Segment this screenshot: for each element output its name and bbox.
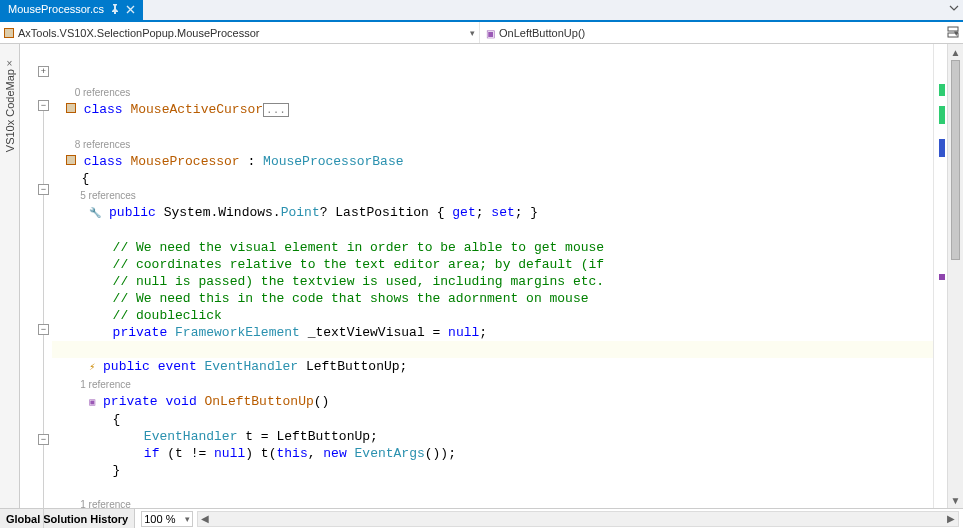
svg-rect-1 [948,33,958,37]
gsh-label: Global Solution History [6,513,128,525]
class-icon [66,103,76,113]
fold-toggle[interactable]: − [38,324,49,335]
method-icon [486,27,495,39]
codelens[interactable]: 0 references [58,87,130,98]
nav-member-text: OnLeftButtonUp() [499,27,585,39]
split-editor-icon[interactable] [945,24,961,40]
class-icon [66,155,76,165]
marker [939,274,945,280]
scrollbar-thumb[interactable] [951,60,960,260]
close-icon[interactable]: × [7,58,13,69]
event-icon [89,359,95,374]
nav-member-dropdown[interactable]: OnLeftButtonUp() ▾ [480,22,963,43]
zoom-combo[interactable]: 100 % ▾ [141,511,193,527]
codemap-label: VS10x CodeMap [4,69,16,152]
marker [939,139,945,157]
outline-gutter: + − − − − [20,44,52,508]
fold-toggle[interactable]: + [38,66,49,77]
editor-bottom-bar: Global Solution History 100 % ▾ ◀ ▶ [0,508,963,528]
pin-icon[interactable] [110,4,120,14]
codemap-sidetab[interactable]: × VS10x CodeMap [0,44,20,508]
change-marker [939,84,945,96]
nav-type-text: AxTools.VS10X.SelectionPopup.MouseProces… [18,27,260,39]
tab-dropdown-icon[interactable] [949,3,959,13]
global-solution-history-tab[interactable]: Global Solution History [0,509,135,528]
editor-main: × VS10x CodeMap + − − − − 0 references c… [0,44,963,508]
fold-line [43,111,44,528]
class-icon [4,28,14,38]
vertical-scrollbar[interactable]: ▲ ▼ [947,44,963,508]
scroll-right-icon[interactable]: ▶ [944,513,958,524]
chevron-down-icon: ▾ [466,28,479,38]
nav-type-dropdown[interactable]: AxTools.VS10X.SelectionPopup.MouseProces… [0,22,480,43]
code-editor[interactable]: 0 references class MouseActiveCursor... … [52,44,933,508]
chevron-down-icon: ▾ [185,514,190,524]
fold-toggle[interactable]: − [38,434,49,445]
svg-rect-0 [948,27,958,31]
scroll-left-icon[interactable]: ◀ [198,513,212,524]
method-icon [89,394,95,409]
overview-ruler[interactable] [933,44,947,508]
change-marker [939,106,945,124]
fold-toggle[interactable]: − [38,184,49,195]
codelens[interactable]: 8 references [58,139,130,150]
horizontal-scrollbar[interactable]: ◀ ▶ [197,511,959,527]
document-tab-well: MouseProcessor.cs [0,0,963,22]
scroll-up-icon[interactable]: ▲ [948,44,963,60]
tab-title: MouseProcessor.cs [8,3,104,15]
codelens[interactable]: 5 references [58,190,136,201]
document-tab[interactable]: MouseProcessor.cs [0,0,143,20]
fold-toggle[interactable]: − [38,100,49,111]
zoom-value: 100 % [144,513,175,525]
codelens[interactable]: 1 reference [58,499,131,508]
collapsed-indicator[interactable]: ... [263,103,289,117]
navigation-bar: AxTools.VS10X.SelectionPopup.MouseProces… [0,22,963,44]
current-line-highlight [52,341,933,358]
wrench-icon [89,205,101,220]
close-tab-icon[interactable] [126,5,135,14]
codelens[interactable]: 1 reference [58,379,131,390]
scroll-down-icon[interactable]: ▼ [948,492,963,508]
